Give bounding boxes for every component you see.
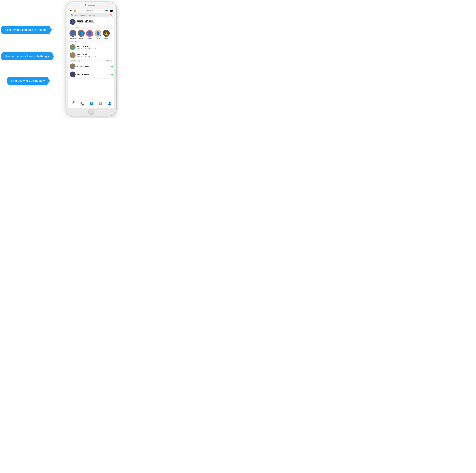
conversation-item[interactable]: Best Friend Squad! Shep: So excited for … [68, 18, 114, 26]
people-label: People [99, 105, 102, 107]
fav-badge-louis [108, 35, 110, 37]
fav-avatar-louis: 😎 [103, 30, 110, 37]
battery-percent: 100% [105, 10, 109, 12]
fav-item-louis[interactable]: 😎 Louis [102, 30, 110, 39]
jessica-name: Jessica Freitas [77, 73, 110, 76]
fav-item-zeev[interactable]: 👥 Ze'ev [78, 30, 85, 39]
compose-button[interactable]: ✏️ [110, 14, 113, 16]
messenger-badge [74, 23, 76, 25]
kunal-sub: Wish them a happy birthday [77, 55, 97, 57]
groups-label: Groups [89, 105, 94, 107]
andrew-name: Andrew Truong [77, 65, 110, 67]
conv-sub: Shep: So excited for this! [77, 22, 106, 24]
fav-badge-zeev [83, 35, 85, 37]
active-item-jessica[interactable]: Jessica Freitas [68, 70, 114, 79]
nav-item-groups[interactable]: 👥 Groups [87, 101, 96, 107]
callout-online: Find out who's online now [7, 77, 49, 85]
phone-camera [85, 4, 86, 6]
fav-name-zeev: Ze'ev [79, 37, 83, 39]
callout-birthdays: Remember your friends' birthdays [1, 52, 53, 60]
fav-item-meredith[interactable]: 👤 Meredith [86, 30, 93, 39]
nav-item-calls[interactable]: 📞 Calls [78, 101, 87, 107]
favorites-row: 👤 Demetric 👥 Ze'ev [68, 29, 114, 40]
tami-sub: Wish them a happy birthday [77, 47, 97, 49]
screen: 📶 12:00 PM 100% 🔍 Search people and grou… [68, 9, 114, 108]
jessica-online-dot [111, 74, 113, 75]
avatar-kunal [70, 52, 76, 58]
fav-item-demetric[interactable]: 👤 Demetric [69, 30, 76, 39]
nav-item-home[interactable]: ⌂ 1 Home [68, 101, 78, 107]
signal-dot-1 [70, 10, 71, 11]
phone-speaker [88, 5, 95, 6]
status-right: 100% [105, 10, 113, 12]
callout-favorites: Find favorite contacts in one tap [1, 26, 51, 34]
battery-fill [110, 10, 112, 12]
birthday-item-kunal[interactable]: Kunal Modi Wish them a happy birthday [68, 51, 114, 59]
active-item-andrew[interactable]: Andrew Truong [68, 62, 114, 70]
andrew-badge [74, 67, 76, 69]
kunal-name: Kunal Modi [77, 53, 97, 55]
fav-name-louis: Louis [104, 37, 108, 39]
signal-dot-3 [73, 10, 74, 11]
nav-item-me[interactable]: 👤 Me [105, 101, 114, 107]
andrew-online-dot [111, 65, 113, 67]
fav-name-meredith: Meredith [87, 37, 92, 39]
signal-dot-2 [71, 10, 72, 11]
home-label: Home [71, 105, 75, 107]
phone-top [66, 2, 117, 9]
conv-time: 11:45 am [107, 21, 113, 23]
status-time: 12:00 PM [87, 10, 94, 12]
conv-name: Best Friend Squad! [77, 20, 106, 22]
phone-bottom [66, 108, 117, 116]
fav-avatar-meredith: 👤 [86, 30, 93, 37]
nav-item-people[interactable]: 📋 People [96, 101, 105, 107]
fav-name-demetric: Demetric [70, 37, 76, 39]
favorites-header: FAVORITES [68, 26, 114, 29]
home-badge-wrapper: ⌂ 1 [72, 101, 74, 105]
search-placeholder: Search people and groups [74, 14, 95, 16]
tami-text: Tami Forrester Wish them a happy birthda… [77, 45, 97, 49]
kunal-text: Kunal Modi Wish them a happy birthday [77, 53, 97, 57]
avatar-andrew [70, 64, 76, 69]
fav-avatar-demetric: 👤 [69, 30, 76, 37]
avatar-jessica [70, 71, 76, 77]
fav-badge-demetric [74, 35, 76, 37]
active-now-title: ACTIVE NOW (8) [70, 60, 81, 62]
active-now-header: ACTIVE NOW (8) SEE ALL › [68, 59, 114, 62]
fav-name-astha: Astha [96, 37, 100, 39]
tami-name: Tami Forrester [77, 45, 97, 47]
home-badge: 1 [73, 101, 75, 103]
fav-avatar-zeev: 👥 [78, 30, 85, 37]
avatar-tami [70, 44, 76, 50]
status-left: 📶 [70, 10, 76, 12]
search-icon: 🔍 [71, 14, 74, 16]
phone-shell: 📶 12:00 PM 100% 🔍 Search people and grou… [66, 2, 117, 116]
calls-label: Calls [81, 105, 84, 107]
me-label: Me [109, 105, 110, 107]
fav-item-astha[interactable]: 👤 Astha [94, 30, 102, 39]
birthday-item-tami[interactable]: Tami Forrester Wish them a happy birthda… [68, 43, 114, 51]
content-area: Best Friend Squad! Shep: So excited for … [68, 18, 114, 100]
battery-icon [110, 10, 113, 12]
avatar-squad [70, 19, 76, 25]
birthdays-header: BIRTHDAYS [68, 40, 114, 43]
me-icon: 👤 [108, 101, 111, 105]
home-button[interactable] [88, 109, 94, 114]
status-bar: 📶 12:00 PM 100% [68, 9, 114, 12]
search-bar: 🔍 Search people and groups ✏️ [68, 12, 114, 18]
calls-icon: 📞 [80, 101, 84, 105]
conv-text: Best Friend Squad! Shep: So excited for … [77, 20, 106, 24]
wifi-icon: 📶 [74, 10, 76, 12]
see-all-button[interactable]: SEE ALL › [106, 60, 113, 62]
bottom-nav: ⌂ 1 Home 📞 Calls 👥 Groups 📋 People [68, 100, 114, 108]
people-icon: 📋 [99, 101, 102, 105]
signal-dots [70, 10, 74, 11]
fav-badge-astha [99, 35, 101, 37]
tami-badge [74, 48, 76, 50]
scene: Find favorite contacts in one tap Rememb… [0, 0, 119, 118]
groups-icon: 👥 [90, 101, 93, 105]
fav-avatar-astha: 👤 [94, 30, 101, 37]
fav-badge-meredith [91, 35, 93, 37]
search-input-box[interactable]: 🔍 Search people and groups [70, 13, 109, 17]
